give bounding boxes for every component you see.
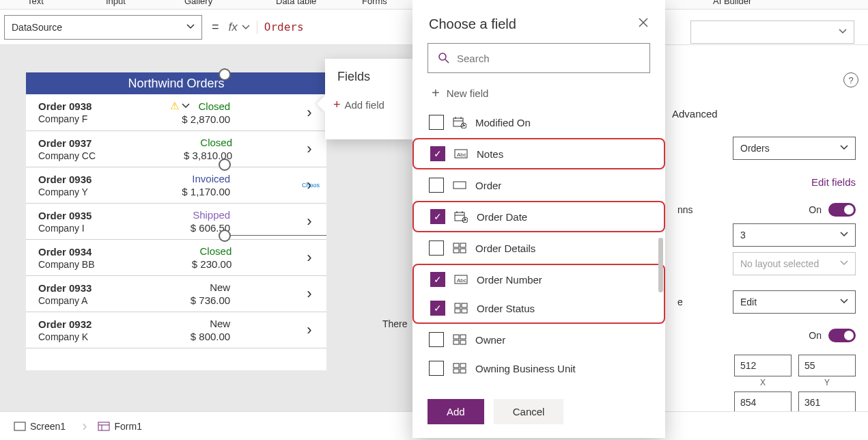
order-amount: $ 230.00	[192, 258, 232, 270]
svg-rect-20	[453, 340, 459, 344]
formula-input[interactable]: Orders	[264, 20, 304, 33]
default-mode-dropdown[interactable]: Edit	[733, 290, 856, 314]
breadcrumb-screen[interactable]: Screen1	[10, 421, 75, 432]
svg-rect-26	[14, 422, 25, 430]
chevron-right-icon[interactable]: ›	[300, 212, 318, 230]
ribbon-forms[interactable]: Forms	[362, 0, 387, 6]
field-row[interactable]: ✓ Order Date	[423, 202, 654, 231]
plus-icon: +	[333, 98, 341, 112]
order-row[interactable]: Order 0933 Company A New $ 736.00 ›	[26, 276, 326, 312]
screen-preview[interactable]: Northwind Orders Order 0938 Company F ⚠ …	[26, 72, 326, 370]
choose-field-popup: Choose a field + New field Modified On ✓…	[412, 0, 665, 438]
order-company: Company Y	[38, 187, 92, 197]
field-name: Owner	[475, 334, 505, 346]
checkbox[interactable]	[429, 332, 444, 347]
order-row[interactable]: Order 0932 Company K New $ 800.00 ›	[26, 312, 326, 348]
size-w-input[interactable]: 854	[734, 391, 792, 413]
add-field-button[interactable]: + Add field	[333, 98, 404, 112]
app-title: Northwind Orders	[26, 72, 326, 94]
cancel-button[interactable]: Cancel	[494, 399, 564, 424]
order-amount: $ 736.00	[191, 294, 230, 306]
order-row[interactable]: Order 0936 Company Y Invoiced $ 1,170.00…	[26, 167, 326, 204]
checkbox[interactable]	[429, 115, 444, 130]
field-row[interactable]: ✓ Abc Order Number	[423, 265, 654, 294]
svg-rect-18	[453, 335, 459, 339]
ribbon-gallery[interactable]: Gallery	[184, 0, 212, 6]
order-row[interactable]: Order 0937 Company CC Closed $ 3,810.00 …	[26, 131, 326, 167]
breadcrumb-form[interactable]: Form1	[94, 421, 151, 432]
layout-dropdown[interactable]: No layout selected	[733, 252, 856, 275]
chevron-right-icon[interactable]: ›	[300, 249, 318, 266]
field-row[interactable]: Order Details	[422, 234, 656, 262]
checkbox[interactable]	[429, 361, 444, 376]
columns-dropdown[interactable]: 3	[733, 223, 856, 247]
field-wrap: Owner	[412, 325, 665, 354]
svg-text:Abc: Abc	[457, 277, 466, 284]
field-row[interactable]: Owner	[422, 325, 656, 354]
add-button[interactable]: Add	[428, 399, 484, 424]
field-name: Notes	[477, 148, 503, 160]
order-row[interactable]: Order 0934 Company BB Closed $ 230.00 ›	[26, 240, 326, 276]
ribbon-input[interactable]: Input	[106, 0, 126, 6]
checkbox[interactable]: ✓	[430, 272, 445, 287]
help-icon[interactable]: ?	[843, 72, 858, 87]
close-icon[interactable]	[638, 17, 649, 31]
chevron-right-icon[interactable]: ›	[300, 104, 318, 122]
scrollbar-thumb[interactable]	[658, 238, 663, 292]
order-amount: $ 2,870.00	[182, 113, 230, 125]
highlighted-group: ✓ Abc Order Number ✓ Order Status	[412, 264, 665, 324]
chevron-right-icon[interactable]: ›	[300, 285, 318, 303]
chevron-down-icon	[242, 23, 250, 31]
order-company: Company BB	[38, 259, 94, 270]
svg-rect-16	[455, 309, 460, 313]
search-field[interactable]	[457, 53, 640, 64]
ribbon-ai-builder[interactable]: AI Builder	[713, 0, 751, 6]
chevron-right-icon[interactable]: ›	[300, 321, 318, 339]
prop-label-mode: e	[677, 297, 683, 307]
field-row[interactable]: Modified On	[422, 108, 656, 137]
ribbon-data-table[interactable]: Data table	[276, 0, 316, 6]
checkbox[interactable]	[429, 240, 444, 256]
new-field-button[interactable]: + New field	[412, 81, 665, 108]
checkbox[interactable]: ✓	[430, 146, 445, 161]
order-status: Shipped	[193, 209, 230, 221]
checkbox[interactable]: ✓	[430, 301, 445, 316]
size-h-input[interactable]: 361	[798, 391, 856, 413]
field-name: Order Number	[477, 274, 542, 286]
field-row[interactable]: Owning Business Unit	[422, 354, 656, 383]
field-wrap: Modified On	[412, 108, 665, 137]
field-row[interactable]: ✓ Order Status	[423, 294, 654, 322]
edit-fields-link[interactable]: Edit fields	[665, 176, 868, 188]
field-type-icon	[452, 116, 467, 128]
visible-toggle[interactable]	[828, 329, 856, 342]
position-y-input[interactable]: 55	[798, 355, 856, 376]
field-name: Order Status	[477, 303, 535, 314]
checkbox[interactable]: ✓	[430, 209, 445, 224]
selection-handle[interactable]	[219, 159, 231, 171]
field-row[interactable]: ✓ Abc Notes	[423, 139, 654, 168]
property-dropdown[interactable]: DataSource	[4, 15, 202, 40]
chevron-right-icon[interactable]: ›	[300, 140, 318, 158]
field-list[interactable]: Modified On ✓ Abc Notes Order ✓ Order Da…	[412, 108, 665, 389]
fx-button[interactable]: fx	[229, 20, 257, 34]
selection-handle[interactable]	[219, 68, 231, 81]
field-name: Modified On	[475, 117, 531, 128]
svg-rect-17	[462, 309, 467, 313]
ribbon-text[interactable]: Text	[27, 0, 44, 6]
field-type-icon: Abc	[453, 148, 468, 160]
search-input[interactable]	[428, 43, 650, 73]
order-status: Closed	[200, 245, 232, 257]
tab-advanced[interactable]: Advanced	[672, 108, 718, 124]
plus-icon: +	[432, 85, 440, 101]
checkbox[interactable]	[429, 178, 444, 193]
position-x-input[interactable]: 512	[734, 355, 792, 376]
field-type-icon	[453, 302, 468, 314]
field-type-icon	[452, 242, 467, 254]
datasource-dropdown[interactable]: Orders	[733, 137, 856, 160]
selection-handle[interactable]	[219, 230, 231, 242]
snap-columns-toggle[interactable]	[828, 203, 856, 217]
formula-results-dropdown[interactable]	[690, 20, 854, 44]
order-row[interactable]: Order 0938 Company F ⚠ Closed $ 2,870.00…	[26, 94, 326, 131]
highlighted-field: ✓ Order Date	[412, 201, 665, 232]
field-row[interactable]: Order	[422, 171, 656, 200]
